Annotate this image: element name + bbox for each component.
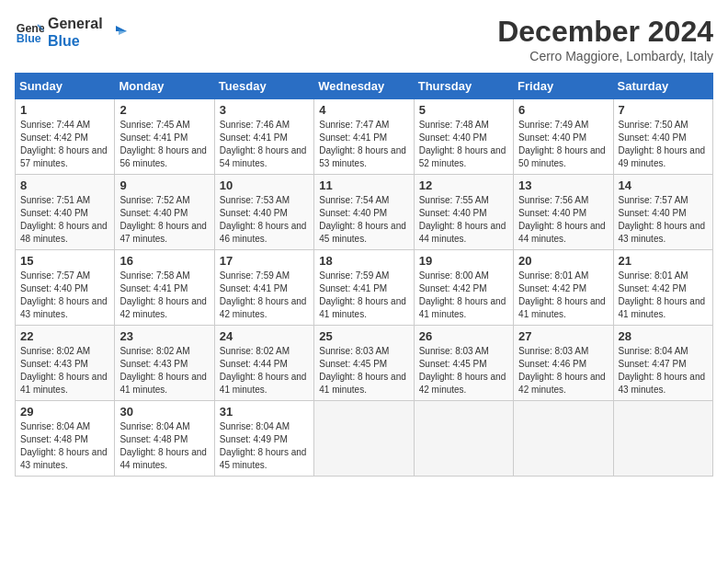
calendar-cell: 18Sunrise: 7:59 AM Sunset: 4:41 PM Dayli… (314, 250, 414, 326)
calendar-cell: 5Sunrise: 7:48 AM Sunset: 4:40 PM Daylig… (414, 99, 513, 175)
calendar-cell: 15Sunrise: 7:57 AM Sunset: 4:40 PM Dayli… (16, 250, 115, 326)
day-number: 14 (619, 178, 708, 192)
logo-general: General (48, 15, 103, 32)
day-number: 22 (20, 329, 109, 343)
day-number: 1 (20, 103, 109, 117)
logo: General Blue General Blue (15, 15, 127, 50)
day-info: Sunrise: 8:02 AM Sunset: 4:44 PM Dayligh… (220, 345, 309, 396)
day-number: 3 (220, 103, 309, 117)
calendar-cell: 31Sunrise: 8:04 AM Sunset: 4:49 PM Dayli… (214, 401, 313, 477)
day-info: Sunrise: 7:52 AM Sunset: 4:40 PM Dayligh… (119, 194, 209, 246)
weekday-header-cell: Wednesday (314, 74, 414, 99)
calendar-table: SundayMondayTuesdayWednesdayThursdayFrid… (15, 73, 713, 477)
calendar-cell: 11Sunrise: 7:54 AM Sunset: 4:40 PM Dayli… (314, 175, 414, 250)
day-info: Sunrise: 8:04 AM Sunset: 4:49 PM Dayligh… (220, 420, 309, 472)
day-info: Sunrise: 8:04 AM Sunset: 4:47 PM Dayligh… (619, 345, 708, 396)
day-info: Sunrise: 8:02 AM Sunset: 4:43 PM Dayligh… (119, 345, 209, 396)
day-info: Sunrise: 7:58 AM Sunset: 4:41 PM Dayligh… (119, 270, 209, 321)
calendar-row: 22Sunrise: 8:02 AM Sunset: 4:43 PM Dayli… (16, 326, 713, 401)
day-info: Sunrise: 7:51 AM Sunset: 4:40 PM Dayligh… (20, 194, 109, 246)
day-info: Sunrise: 8:04 AM Sunset: 4:48 PM Dayligh… (20, 420, 109, 472)
calendar-cell: 26Sunrise: 8:03 AM Sunset: 4:45 PM Dayli… (414, 326, 513, 401)
day-info: Sunrise: 7:59 AM Sunset: 4:41 PM Dayligh… (220, 270, 309, 321)
day-number: 20 (518, 254, 608, 268)
weekday-header-cell: Saturday (613, 74, 712, 99)
day-number: 24 (220, 329, 309, 343)
weekday-header-cell: Thursday (414, 74, 513, 99)
day-number: 2 (119, 103, 209, 117)
calendar-cell: 25Sunrise: 8:03 AM Sunset: 4:45 PM Dayli… (314, 326, 414, 401)
day-info: Sunrise: 7:55 AM Sunset: 4:40 PM Dayligh… (419, 194, 508, 246)
calendar-cell: 3Sunrise: 7:46 AM Sunset: 4:41 PM Daylig… (214, 99, 313, 175)
calendar-cell: 9Sunrise: 7:52 AM Sunset: 4:40 PM Daylig… (115, 175, 214, 250)
calendar-cell: 23Sunrise: 8:02 AM Sunset: 4:43 PM Dayli… (115, 326, 214, 401)
day-number: 5 (419, 103, 508, 117)
day-number: 12 (419, 178, 508, 192)
calendar-cell: 27Sunrise: 8:03 AM Sunset: 4:46 PM Dayli… (514, 326, 613, 401)
calendar-cell (314, 401, 414, 477)
day-number: 31 (220, 405, 309, 419)
day-number: 21 (619, 254, 708, 268)
day-info: Sunrise: 7:44 AM Sunset: 4:42 PM Dayligh… (20, 119, 109, 170)
calendar-row: 8Sunrise: 7:51 AM Sunset: 4:40 PM Daylig… (16, 175, 713, 250)
calendar-cell: 16Sunrise: 7:58 AM Sunset: 4:41 PM Dayli… (115, 250, 214, 326)
day-info: Sunrise: 8:03 AM Sunset: 4:45 PM Dayligh… (319, 345, 408, 396)
calendar-cell: 17Sunrise: 7:59 AM Sunset: 4:41 PM Dayli… (214, 250, 313, 326)
day-number: 13 (518, 178, 608, 192)
calendar-cell: 8Sunrise: 7:51 AM Sunset: 4:40 PM Daylig… (16, 175, 115, 250)
calendar-cell: 10Sunrise: 7:53 AM Sunset: 4:40 PM Dayli… (214, 175, 313, 250)
calendar-cell: 28Sunrise: 8:04 AM Sunset: 4:47 PM Dayli… (613, 326, 712, 401)
day-number: 16 (119, 254, 209, 268)
day-info: Sunrise: 8:01 AM Sunset: 4:42 PM Dayligh… (518, 270, 608, 321)
calendar-container: General Blue General Blue December 2024 … (0, 0, 728, 484)
logo-blue: Blue (48, 32, 103, 50)
day-info: Sunrise: 8:03 AM Sunset: 4:46 PM Dayligh… (518, 345, 608, 396)
day-number: 29 (20, 405, 109, 419)
calendar-cell: 1Sunrise: 7:44 AM Sunset: 4:42 PM Daylig… (16, 99, 115, 175)
day-number: 9 (119, 178, 209, 192)
day-number: 18 (319, 254, 408, 268)
calendar-cell: 24Sunrise: 8:02 AM Sunset: 4:44 PM Dayli… (214, 326, 313, 401)
weekday-header-cell: Sunday (16, 74, 115, 99)
day-info: Sunrise: 7:48 AM Sunset: 4:40 PM Dayligh… (419, 119, 508, 170)
calendar-row: 1Sunrise: 7:44 AM Sunset: 4:42 PM Daylig… (16, 99, 713, 175)
day-number: 28 (619, 329, 708, 343)
day-number: 10 (220, 178, 309, 192)
day-info: Sunrise: 8:01 AM Sunset: 4:42 PM Dayligh… (619, 270, 708, 321)
calendar-cell: 12Sunrise: 7:55 AM Sunset: 4:40 PM Dayli… (414, 175, 513, 250)
day-info: Sunrise: 7:45 AM Sunset: 4:41 PM Dayligh… (119, 119, 209, 170)
day-number: 11 (319, 178, 408, 192)
weekday-header-row: SundayMondayTuesdayWednesdayThursdayFrid… (16, 74, 713, 99)
weekday-header-cell: Friday (514, 74, 613, 99)
calendar-cell: 4Sunrise: 7:47 AM Sunset: 4:41 PM Daylig… (314, 99, 414, 175)
day-number: 19 (419, 254, 508, 268)
calendar-cell: 19Sunrise: 8:00 AM Sunset: 4:42 PM Dayli… (414, 250, 513, 326)
day-info: Sunrise: 8:04 AM Sunset: 4:48 PM Dayligh… (119, 420, 209, 472)
day-info: Sunrise: 7:54 AM Sunset: 4:40 PM Dayligh… (319, 194, 408, 246)
day-info: Sunrise: 7:57 AM Sunset: 4:40 PM Dayligh… (619, 194, 708, 246)
day-info: Sunrise: 8:03 AM Sunset: 4:45 PM Dayligh… (419, 345, 508, 396)
calendar-cell: 30Sunrise: 8:04 AM Sunset: 4:48 PM Dayli… (115, 401, 214, 477)
calendar-cell: 21Sunrise: 8:01 AM Sunset: 4:42 PM Dayli… (613, 250, 712, 326)
day-number: 23 (119, 329, 209, 343)
calendar-cell: 22Sunrise: 8:02 AM Sunset: 4:43 PM Dayli… (16, 326, 115, 401)
calendar-cell: 6Sunrise: 7:49 AM Sunset: 4:40 PM Daylig… (514, 99, 613, 175)
day-number: 4 (319, 103, 408, 117)
day-info: Sunrise: 7:46 AM Sunset: 4:41 PM Dayligh… (220, 119, 309, 170)
calendar-cell: 29Sunrise: 8:04 AM Sunset: 4:48 PM Dayli… (16, 401, 115, 477)
day-number: 6 (518, 103, 608, 117)
calendar-cell: 20Sunrise: 8:01 AM Sunset: 4:42 PM Dayli… (514, 250, 613, 326)
calendar-body: 1Sunrise: 7:44 AM Sunset: 4:42 PM Daylig… (16, 99, 713, 477)
weekday-header-cell: Tuesday (214, 74, 313, 99)
calendar-cell (414, 401, 513, 477)
calendar-cell (514, 401, 613, 477)
day-info: Sunrise: 7:53 AM Sunset: 4:40 PM Dayligh… (220, 194, 309, 246)
calendar-cell (613, 401, 712, 477)
day-info: Sunrise: 7:59 AM Sunset: 4:41 PM Dayligh… (319, 270, 408, 321)
day-number: 15 (20, 254, 109, 268)
svg-text:Blue: Blue (17, 32, 41, 45)
title-block: December 2024 Cerro Maggiore, Lombardy, … (497, 15, 713, 63)
day-number: 25 (319, 329, 408, 343)
day-info: Sunrise: 8:02 AM Sunset: 4:43 PM Dayligh… (20, 345, 109, 396)
location-subtitle: Cerro Maggiore, Lombardy, Italy (497, 49, 713, 63)
